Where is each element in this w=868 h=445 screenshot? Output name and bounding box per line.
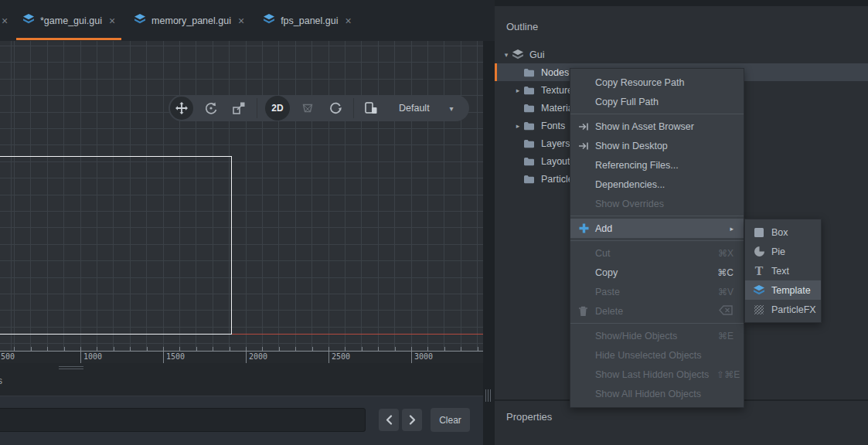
folder-icon: [523, 103, 536, 114]
tab-close-icon[interactable]: ×: [0, 15, 13, 27]
folder-icon: [523, 138, 536, 149]
vertical-splitter-grip[interactable]: [485, 389, 493, 402]
next-match-button[interactable]: [402, 409, 422, 431]
menu-item-label: Copy: [595, 267, 710, 278]
menu-shortcut: ⇧⌘E: [717, 369, 740, 380]
2d-mode-button[interactable]: 2D: [265, 96, 290, 121]
menu-item-dependencies-[interactable]: Dependencies...: [570, 175, 744, 194]
tab-close-icon[interactable]: ×: [109, 15, 115, 27]
ruler-minor-tick: [328, 347, 329, 351]
tab-label: *game_gui.gui: [40, 15, 102, 26]
ruler-minor-tick: [80, 347, 81, 351]
plus-icon: [578, 222, 595, 235]
submenu-item-label: Box: [771, 227, 788, 238]
trash-icon: [578, 305, 595, 318]
menu-item-copy-full-path[interactable]: Copy Full Path: [570, 92, 744, 111]
prev-match-button[interactable]: [379, 409, 399, 431]
menu-item-copy-resource-path[interactable]: Copy Resource Path: [570, 73, 744, 92]
ruler-label: 2500: [332, 352, 350, 361]
menu-item-add[interactable]: Add▸: [570, 219, 744, 238]
chevron-right-icon[interactable]: ▸: [512, 122, 523, 130]
ruler-minor-tick: [163, 347, 164, 351]
menu-item-show-in-asset-browser[interactable]: Show in Asset Browser: [570, 117, 744, 136]
tab-memory-panel-gui[interactable]: memory_panel.gui×: [124, 0, 254, 41]
tree-item-label: Nodes: [541, 67, 569, 78]
tab-label: memory_panel.gui: [151, 15, 231, 26]
tab-fps-panel-gui[interactable]: fps_panel.gui×: [254, 0, 361, 41]
outline-panel-title: Outline: [506, 21, 538, 32]
menu-icon-spacer: [578, 369, 595, 381]
menu-item-show-last-hidden-objects: Show Last Hidden Objects⇧⌘E: [570, 365, 744, 384]
tab--game-gui-gui[interactable]: *game_gui.gui×: [13, 0, 124, 41]
menu-item-label: Show Last Hidden Objects: [595, 369, 709, 380]
menu-item-referencing-files-[interactable]: Referencing Files...: [570, 155, 744, 175]
ruler-minor-tick: [130, 347, 131, 351]
menu-item-label: Show/Hide Objects: [595, 331, 710, 341]
gui-file-icon: [22, 13, 35, 28]
menu-shortcut: ⌘E: [718, 331, 734, 341]
menu-item-label: Copy Full Path: [595, 97, 734, 107]
ruler-minor-tick: [444, 347, 445, 351]
scale-tool-button[interactable]: [229, 98, 249, 118]
ruler-major-tick: [163, 352, 164, 363]
tab-close-icon[interactable]: ×: [238, 15, 244, 27]
clipped-pane-label: s: [0, 375, 5, 386]
active-tab-underline: [16, 38, 121, 40]
submenu-item-particlefx[interactable]: ParticleFX: [745, 300, 821, 319]
move-tool-button[interactable]: [170, 97, 193, 120]
ruler-label: 500: [1, 352, 15, 361]
outline-item-gui[interactable]: ▾Gui: [495, 46, 868, 63]
menu-icon-spacer: [578, 286, 595, 298]
menu-item-delete: Delete: [570, 301, 744, 321]
pie-icon: [753, 246, 765, 258]
gui-bounds-rect: [0, 156, 232, 335]
submenu-item-text[interactable]: TText: [745, 261, 821, 280]
clear-button[interactable]: Clear: [431, 408, 470, 432]
profile-label: Default: [399, 103, 430, 114]
particlefx-icon: [753, 304, 765, 316]
menu-separator: [570, 240, 744, 241]
gui-file-icon: [263, 13, 275, 28]
ruler-major-tick: [246, 352, 247, 363]
submenu-item-label: ParticleFX: [771, 304, 816, 315]
menu-item-copy[interactable]: Copy⌘C: [570, 263, 744, 282]
folder-icon: [523, 156, 536, 167]
display-profile-select[interactable]: Default ▾: [362, 101, 454, 115]
submenu-item-box[interactable]: Box: [745, 222, 821, 242]
scene-viewport[interactable]: 2D Default ▾: [0, 41, 483, 363]
perspective-camera-button[interactable]: [298, 98, 318, 118]
chevron-right-icon[interactable]: ▸: [512, 87, 523, 94]
ruler-minor-tick: [362, 347, 363, 351]
backspace-icon: [719, 305, 734, 318]
bottom-pane-header: s: [0, 363, 483, 396]
submenu-item-pie[interactable]: Pie: [745, 242, 821, 261]
menu-item-show-in-desktop[interactable]: Show in Desktop: [570, 136, 744, 155]
submenu-item-label: Text: [771, 266, 789, 277]
menu-separator: [570, 216, 744, 216]
ruler-minor-tick: [14, 347, 15, 351]
ruler-minor-tick: [179, 347, 180, 351]
ruler-label: 2000: [249, 352, 267, 361]
toolbar-divider: [353, 98, 354, 118]
menu-icon-spacer: [578, 267, 595, 279]
ruler-minor-tick: [114, 347, 114, 351]
properties-panel-title: Properties: [506, 411, 552, 423]
console-search-input[interactable]: [0, 408, 366, 432]
ruler-major-tick: [328, 352, 329, 363]
horizontal-splitter-grip[interactable]: [59, 366, 83, 371]
menu-icon-spacer: [578, 247, 595, 260]
ruler-major-tick: [411, 352, 412, 363]
menu-icon-spacer: [578, 349, 595, 362]
ruler-major-tick: [80, 352, 81, 363]
chevron-down-icon[interactable]: ▾: [501, 51, 512, 59]
menu-item-label: Show Overrides: [595, 199, 734, 209]
menu-separator: [570, 323, 744, 324]
show-in-icon: [578, 121, 595, 133]
rotate-tool-button[interactable]: [201, 98, 221, 118]
ruler-minor-tick: [295, 347, 296, 351]
orbit-camera-button[interactable]: [325, 98, 345, 118]
submenu-item-template[interactable]: Template: [745, 280, 821, 300]
tab-close-icon[interactable]: ×: [345, 15, 352, 27]
tree-item-label: Layers: [541, 138, 570, 149]
menu-shortcut: ⌘X: [718, 248, 734, 259]
